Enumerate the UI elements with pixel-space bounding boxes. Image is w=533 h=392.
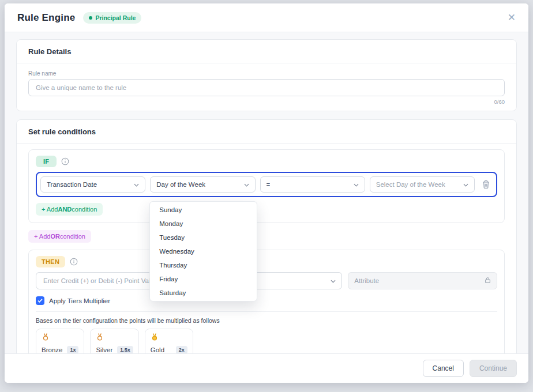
rule-details-header: Rule Details (17, 40, 516, 63)
add-or-condition-button[interactable]: + Add OR condition (28, 230, 91, 243)
chevron-down-icon (331, 277, 336, 284)
if-pill-row: IF (36, 156, 497, 167)
rule-details-title: Rule Details (28, 47, 71, 56)
condition-field-select[interactable]: Transaction Date (40, 176, 145, 193)
rule-conditions-title: Set rule conditions (28, 127, 96, 136)
then-block: THEN (28, 250, 505, 353)
then-value-row: Attribute (36, 272, 497, 289)
status-dot-icon (89, 16, 92, 20)
condition-subfield-select[interactable]: Day of the Week Sunday Monday Tuesday We… (150, 176, 255, 193)
rule-conditions-card: Set rule conditions IF (16, 119, 517, 353)
page-title: Rule Engine (17, 12, 75, 24)
tier-card-silver: Silver 1.5x (90, 329, 138, 353)
dropdown-option-monday[interactable]: Monday (150, 217, 256, 231)
modal-header: Rule Engine Principal Rule ✕ (5, 3, 528, 32)
condition-row: Transaction Date Day of the Week (36, 172, 497, 197)
chevron-down-icon (134, 181, 139, 188)
cancel-button[interactable]: Cancel (423, 360, 464, 377)
rule-name-label: Rule name (28, 70, 505, 77)
close-icon[interactable]: ✕ (508, 13, 516, 22)
or-chip-row: + Add OR condition (28, 230, 505, 243)
then-pill: THEN (36, 256, 65, 267)
lock-icon (485, 277, 491, 285)
tiers-note: Bases on the tier configuration the poin… (36, 317, 497, 324)
dropdown-option-sunday[interactable]: Sunday (150, 203, 256, 217)
chevron-down-icon (463, 181, 468, 188)
tier-name: Silver (96, 346, 112, 353)
tier-cards: Bronze 1x (36, 329, 497, 353)
tier-name: Bronze (42, 346, 62, 353)
rule-conditions-body: IF Trans (17, 144, 516, 353)
tier-multiplier-badge: 2x (176, 346, 187, 353)
delete-condition-button[interactable] (479, 180, 493, 189)
char-counter: 0/60 (28, 99, 505, 105)
condition-operator-select[interactable]: = (260, 176, 365, 193)
rule-engine-modal: Rule Engine Principal Rule ✕ Rule Detail… (5, 3, 528, 383)
attribute-field: Attribute (348, 272, 497, 289)
medal-icon (96, 333, 104, 343)
info-icon[interactable] (70, 258, 78, 266)
dropdown-option-tuesday[interactable]: Tuesday (150, 231, 256, 244)
then-pill-row: THEN (36, 256, 497, 267)
rule-conditions-header: Set rule conditions (17, 120, 516, 144)
tier-multiplier-badge: 1.5x (117, 346, 133, 353)
chevron-down-icon (244, 181, 249, 188)
divider (36, 311, 497, 312)
medal-icon (151, 333, 159, 343)
dropdown-option-wednesday[interactable]: Wednesday (150, 244, 256, 258)
chevron-down-icon (354, 181, 359, 188)
tier-name: Gold (151, 346, 164, 353)
day-of-week-dropdown: Sunday Monday Tuesday Wednesday Thursday… (149, 201, 257, 301)
apply-tiers-row: Apply Tiers Multiplier (36, 296, 497, 305)
info-icon[interactable] (61, 157, 69, 165)
dropdown-option-thursday[interactable]: Thursday (150, 258, 256, 272)
screen: Rule Engine Principal Rule ✕ Rule Detail… (0, 0, 533, 392)
if-pill: IF (36, 156, 57, 167)
dropdown-option-saturday[interactable]: Saturday (150, 286, 256, 300)
condition-value-select[interactable]: Select Day of the Week (370, 176, 475, 193)
tier-multiplier-badge: 1x (67, 346, 78, 353)
modal-body: Rule Details Rule name 0/60 Set rule con… (5, 32, 528, 353)
continue-button[interactable]: Continue (470, 360, 517, 377)
attribute-label: Attribute (354, 277, 379, 284)
rule-details-body: Rule name 0/60 (17, 63, 516, 111)
dropdown-option-friday[interactable]: Friday (150, 272, 256, 286)
apply-tiers-label: Apply Tiers Multiplier (49, 297, 110, 304)
rule-name-input[interactable] (28, 79, 505, 96)
modal-footer: Cancel Continue (5, 353, 528, 383)
apply-tiers-checkbox[interactable] (36, 296, 44, 305)
if-block: IF Trans (28, 149, 505, 223)
rule-details-card: Rule Details Rule name 0/60 (16, 39, 517, 111)
principal-rule-badge: Principal Rule (83, 12, 141, 24)
medal-icon (42, 333, 50, 343)
tier-card-bronze: Bronze 1x (36, 329, 84, 353)
tier-card-gold: Gold 2x (145, 329, 193, 353)
badge-label: Principal Rule (95, 14, 136, 21)
add-and-condition-button[interactable]: + Add AND condition (36, 203, 103, 216)
